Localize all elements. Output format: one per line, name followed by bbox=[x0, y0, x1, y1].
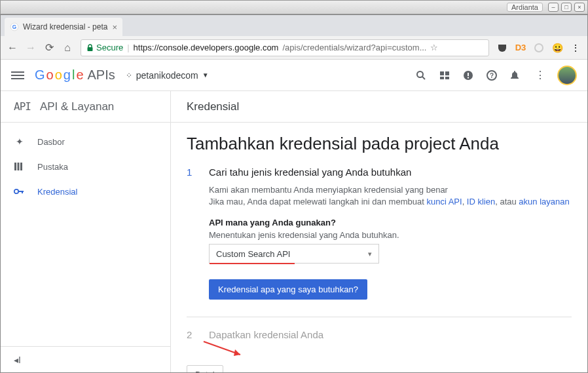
svg-rect-6 bbox=[440, 71, 444, 75]
sidebar: API API & Layanan ✦ Dasbor Pustaka Krede… bbox=[1, 91, 171, 372]
sidebar-collapse-button[interactable]: ◂I bbox=[1, 346, 170, 372]
step-divider bbox=[187, 317, 572, 317]
step-number: 2 bbox=[187, 329, 196, 347]
tab-close-icon[interactable]: × bbox=[112, 22, 117, 32]
lock-icon bbox=[86, 44, 94, 52]
svg-rect-9 bbox=[445, 77, 449, 79]
step-number: 1 bbox=[187, 167, 196, 300]
os-close-button[interactable]: × bbox=[574, 3, 585, 12]
sidebar-product-label: API & Layanan bbox=[40, 100, 114, 113]
api-question-desc: Menentukan jenis kredensial yang Anda bu… bbox=[209, 230, 572, 240]
os-maximize-button[interactable]: □ bbox=[561, 3, 572, 12]
home-button[interactable]: ⌂ bbox=[62, 42, 73, 54]
google-favicon-icon: G bbox=[10, 22, 19, 31]
svg-rect-7 bbox=[445, 71, 449, 75]
svg-text:G: G bbox=[12, 24, 16, 30]
step-title: Dapatkan kredensial Anda bbox=[209, 329, 323, 340]
tab-title: Wizard kredensial - peta bbox=[23, 22, 108, 31]
step-help-text: Kami akan membantu Anda menyiapkan krede… bbox=[209, 184, 572, 209]
library-icon bbox=[14, 162, 26, 171]
emoji-ext-icon[interactable]: 😀 bbox=[552, 43, 562, 53]
svg-point-18 bbox=[14, 189, 18, 193]
svg-rect-2 bbox=[88, 47, 93, 51]
key-icon bbox=[14, 188, 26, 195]
reload-button[interactable]: ⟳ bbox=[44, 41, 54, 54]
svg-rect-15 bbox=[14, 163, 16, 170]
browser-window: G Wizard kredensial - peta × ← → ⟳ ⌂ Sec… bbox=[0, 14, 588, 373]
url-host: https://console.developers.google.com bbox=[134, 43, 279, 52]
svg-rect-16 bbox=[18, 163, 20, 170]
bookmark-star-icon[interactable]: ☆ bbox=[430, 43, 438, 52]
content-header: Kredensial bbox=[171, 91, 587, 123]
svg-point-4 bbox=[417, 71, 423, 77]
svg-rect-11 bbox=[468, 73, 469, 76]
project-picker[interactable]: ⁘ petanikodecom ▼ bbox=[126, 70, 209, 81]
search-icon[interactable] bbox=[416, 70, 429, 81]
os-window-title: Ardianta bbox=[507, 3, 543, 12]
sidebar-item-label: Pustaka bbox=[37, 162, 68, 172]
svg-marker-22 bbox=[234, 349, 240, 356]
dashboard-icon: ✦ bbox=[14, 136, 26, 147]
api-question-label: API mana yang Anda gunakan? bbox=[209, 218, 572, 227]
gift-icon[interactable] bbox=[439, 70, 452, 81]
sidebar-item-label: Dasbor bbox=[37, 137, 65, 147]
api-logo-icon: API bbox=[14, 100, 31, 113]
link-client-id[interactable]: ID klien bbox=[467, 197, 495, 206]
extension-icons: D3 😀 ⋮ bbox=[497, 43, 581, 53]
main-layout: API API & Layanan ✦ Dasbor Pustaka Krede… bbox=[1, 91, 587, 372]
project-name: petanikodecom bbox=[136, 70, 198, 81]
link-api-key[interactable]: kunci API bbox=[426, 197, 462, 206]
api-select-value: Custom Search API bbox=[216, 249, 290, 259]
address-bar[interactable]: Secure | https://console.developers.goog… bbox=[81, 39, 489, 56]
svg-rect-8 bbox=[440, 77, 444, 79]
forward-button[interactable]: → bbox=[26, 42, 36, 54]
wizard-step-1: 1 Cari tahu jenis kredensial yang Anda b… bbox=[187, 167, 572, 300]
google-apis-logo: Google APIs bbox=[35, 68, 115, 83]
content-header-title: Kredensial bbox=[187, 100, 239, 113]
sidebar-item-dashboard[interactable]: ✦ Dasbor bbox=[1, 129, 170, 154]
sidebar-header: API API & Layanan bbox=[1, 91, 170, 123]
user-avatar[interactable] bbox=[557, 66, 577, 85]
alert-icon[interactable] bbox=[463, 70, 476, 81]
content-body: Tambahkan kredensial pada project Anda 1… bbox=[171, 123, 587, 372]
sidebar-item-credentials[interactable]: Kredensial bbox=[1, 179, 170, 204]
secure-label: Secure bbox=[96, 43, 123, 52]
browser-tabstrip: G Wizard kredensial - peta × bbox=[1, 15, 587, 36]
cloud-console-header: Google APIs ⁘ petanikodecom ▼ ? ⋮ bbox=[1, 60, 587, 91]
back-button[interactable]: ← bbox=[7, 42, 18, 54]
api-select-dropdown[interactable]: Custom Search API bbox=[209, 244, 379, 264]
notifications-icon[interactable] bbox=[510, 70, 523, 81]
os-minimize-button[interactable]: – bbox=[548, 3, 559, 12]
svg-rect-12 bbox=[468, 77, 469, 78]
step-title: Cari tahu jenis kredensial yang Anda but… bbox=[209, 167, 572, 178]
page-title: Tambahkan kredensial pada project Anda bbox=[187, 133, 572, 155]
help-icon[interactable]: ? bbox=[487, 70, 500, 81]
d3-ext-icon[interactable]: D3 bbox=[515, 43, 526, 53]
sidebar-item-library[interactable]: Pustaka bbox=[1, 154, 170, 179]
content-area: Kredensial Tambahkan kredensial pada pro… bbox=[171, 91, 587, 372]
link-service-account[interactable]: akun layanan bbox=[519, 197, 569, 206]
sidebar-item-label: Kredensial bbox=[37, 187, 77, 197]
collapse-icon: ◂I bbox=[14, 355, 21, 365]
circle-ext-icon[interactable] bbox=[534, 43, 544, 53]
browser-tab[interactable]: G Wizard kredensial - peta × bbox=[5, 18, 122, 36]
browser-toolbar: ← → ⟳ ⌂ Secure | https://console.develop… bbox=[1, 36, 587, 60]
svg-point-3 bbox=[535, 44, 543, 52]
os-titlebar: Ardianta – □ × bbox=[0, 0, 588, 14]
what-credentials-button[interactable]: Kredensial apa yang saya butuhkan? bbox=[209, 279, 367, 300]
project-icon: ⁘ bbox=[126, 71, 132, 80]
svg-line-5 bbox=[422, 77, 425, 79]
svg-text:?: ? bbox=[490, 72, 494, 79]
kebab-menu-icon[interactable]: ⋮ bbox=[534, 69, 547, 81]
secure-indicator: Secure bbox=[86, 43, 123, 52]
pocket-ext-icon[interactable] bbox=[497, 43, 507, 53]
svg-rect-17 bbox=[20, 163, 22, 170]
svg-rect-20 bbox=[22, 191, 23, 193]
url-path: /apis/credentials/wizard?api=custom... bbox=[282, 43, 426, 52]
cancel-button[interactable]: Batal bbox=[187, 365, 223, 372]
browser-menu-icon[interactable]: ⋮ bbox=[570, 43, 581, 53]
wizard-step-2: 2 Dapatkan kredensial Anda bbox=[187, 329, 572, 347]
nav-menu-icon[interactable] bbox=[11, 71, 24, 79]
chevron-down-icon: ▼ bbox=[202, 71, 209, 79]
